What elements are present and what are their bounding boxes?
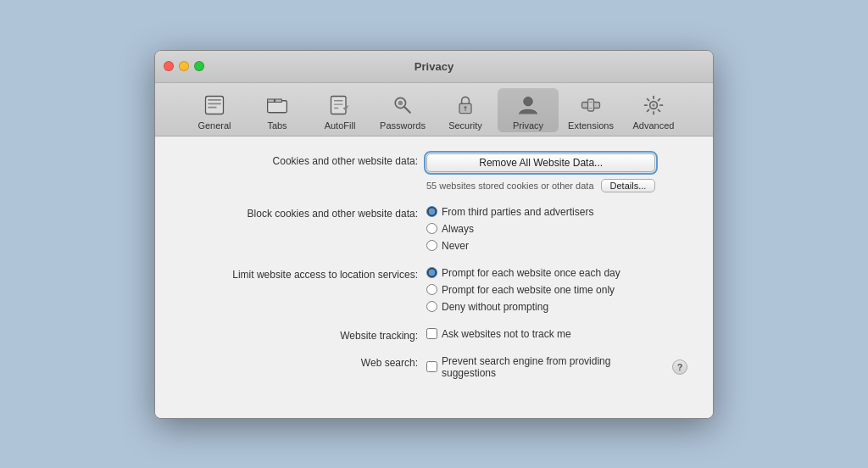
location-option-deny-label: Deny without prompting xyxy=(442,301,548,313)
passwords-label: Passwords xyxy=(380,120,426,131)
block-cookies-controls: From third parties and advertisers Alway… xyxy=(426,206,593,254)
tracking-checkbox[interactable] xyxy=(426,328,437,339)
toolbar-item-tabs[interactable]: Tabs xyxy=(247,88,308,132)
tracking-label: Website tracking: xyxy=(181,328,418,342)
toolbar-item-security[interactable]: Security xyxy=(435,88,496,132)
block-cookies-radio-always[interactable] xyxy=(426,223,437,234)
toolbar-item-extensions[interactable]: Extensions xyxy=(560,88,621,132)
window-title: Privacy xyxy=(415,60,453,73)
svg-line-12 xyxy=(404,106,410,112)
svg-point-24 xyxy=(652,103,655,107)
tabs-icon xyxy=(264,92,291,119)
security-label: Security xyxy=(448,120,482,131)
cookies-label: Cookies and other website data: xyxy=(181,153,418,167)
svg-rect-20 xyxy=(588,99,594,111)
close-button[interactable] xyxy=(164,61,174,71)
web-search-controls: Prevent search engine from providing sug… xyxy=(426,355,687,379)
block-cookies-option-third-parties-label: From third parties and advertisers xyxy=(442,206,593,218)
svg-rect-7 xyxy=(331,96,347,114)
tracking-checkbox-option[interactable]: Ask websites not to track me xyxy=(426,328,571,340)
svg-rect-2 xyxy=(208,103,221,104)
svg-line-31 xyxy=(658,98,659,100)
svg-rect-0 xyxy=(206,96,224,114)
svg-line-32 xyxy=(648,109,649,111)
block-cookies-option-never[interactable]: Never xyxy=(426,240,593,252)
svg-rect-5 xyxy=(268,99,275,103)
location-row: Limit website access to location service… xyxy=(181,267,687,315)
toolbar-item-autofill[interactable]: AutoFill xyxy=(309,88,370,132)
tracking-row: Website tracking: Ask websites not to tr… xyxy=(181,328,687,342)
security-icon xyxy=(452,92,479,119)
svg-line-30 xyxy=(658,109,659,111)
preferences-window: Privacy General xyxy=(154,50,714,419)
location-option-one-time-only[interactable]: Prompt for each website one time only xyxy=(426,284,620,296)
toolbar: General Tabs xyxy=(155,83,713,136)
web-search-help-button[interactable]: ? xyxy=(672,359,687,375)
advanced-label: Advanced xyxy=(633,120,675,131)
titlebar: Privacy xyxy=(155,51,713,83)
block-cookies-option-never-label: Never xyxy=(442,240,469,252)
block-cookies-option-always-label: Always xyxy=(442,223,474,235)
remove-all-data-button[interactable]: Remove All Website Data... xyxy=(426,153,655,172)
block-cookies-option-third-parties[interactable]: From third parties and advertisers xyxy=(426,206,593,218)
advanced-icon xyxy=(640,92,667,119)
svg-rect-1 xyxy=(208,99,221,101)
block-cookies-radio-never[interactable] xyxy=(426,240,437,251)
maximize-button[interactable] xyxy=(194,61,204,71)
cookies-controls: Remove All Website Data... 55 websites s… xyxy=(426,153,655,192)
minimize-button[interactable] xyxy=(179,61,189,71)
toolbar-item-advanced[interactable]: Advanced xyxy=(623,88,684,132)
cookie-count-text: 55 websites stored cookies or other data xyxy=(426,181,594,191)
tabs-label: Tabs xyxy=(267,120,287,131)
location-label: Limit website access to location service… xyxy=(181,267,418,281)
privacy-icon xyxy=(515,92,542,119)
block-cookies-label: Block cookies and other website data: xyxy=(181,206,418,220)
extensions-icon xyxy=(577,92,604,119)
block-cookies-option-always[interactable]: Always xyxy=(426,223,593,235)
cookies-row: Cookies and other website data: Remove A… xyxy=(181,153,687,192)
location-controls: Prompt for each website once each day Pr… xyxy=(426,267,620,315)
general-label: General xyxy=(198,120,231,131)
content-area: Cookies and other website data: Remove A… xyxy=(155,136,713,418)
web-search-label: Web search: xyxy=(181,355,418,369)
block-cookies-row: Block cookies and other website data: Fr… xyxy=(181,206,687,254)
web-search-checkbox[interactable] xyxy=(426,361,437,372)
web-search-row: Web search: Prevent search engine from p… xyxy=(181,355,687,379)
passwords-icon xyxy=(389,92,416,119)
extensions-label: Extensions xyxy=(568,120,614,131)
toolbar-item-privacy[interactable]: Privacy xyxy=(498,88,559,132)
svg-point-13 xyxy=(398,100,403,104)
location-radio-one-time-only[interactable] xyxy=(426,284,437,295)
tracking-checkbox-label: Ask websites not to track me xyxy=(442,328,571,340)
web-search-checkbox-option[interactable]: Prevent search engine from providing sug… xyxy=(426,355,665,379)
svg-point-15 xyxy=(464,105,467,109)
location-radio-once-each-day[interactable] xyxy=(426,267,437,278)
svg-point-17 xyxy=(524,97,533,106)
toolbar-item-passwords[interactable]: Passwords xyxy=(372,88,433,132)
general-icon xyxy=(201,92,228,119)
location-option-deny[interactable]: Deny without prompting xyxy=(426,301,620,313)
cookie-info-row: 55 websites stored cookies or other data… xyxy=(426,179,655,192)
details-button[interactable]: Details... xyxy=(601,179,656,192)
location-radio-deny[interactable] xyxy=(426,301,437,312)
web-search-checkbox-label: Prevent search engine from providing sug… xyxy=(442,355,665,379)
traffic-lights xyxy=(164,61,204,71)
location-option-once-each-day[interactable]: Prompt for each website once each day xyxy=(426,267,620,279)
location-option-once-each-day-label: Prompt for each website once each day xyxy=(442,267,620,279)
toolbar-item-general[interactable]: General xyxy=(184,88,245,132)
svg-rect-6 xyxy=(275,99,281,103)
block-cookies-radio-third-parties[interactable] xyxy=(426,206,437,217)
autofill-icon xyxy=(326,92,353,119)
svg-rect-3 xyxy=(208,106,217,108)
svg-line-29 xyxy=(648,98,649,100)
location-option-one-time-only-label: Prompt for each website one time only xyxy=(442,284,615,296)
tracking-controls: Ask websites not to track me xyxy=(426,328,571,340)
privacy-label: Privacy xyxy=(513,120,543,131)
autofill-label: AutoFill xyxy=(325,120,356,131)
